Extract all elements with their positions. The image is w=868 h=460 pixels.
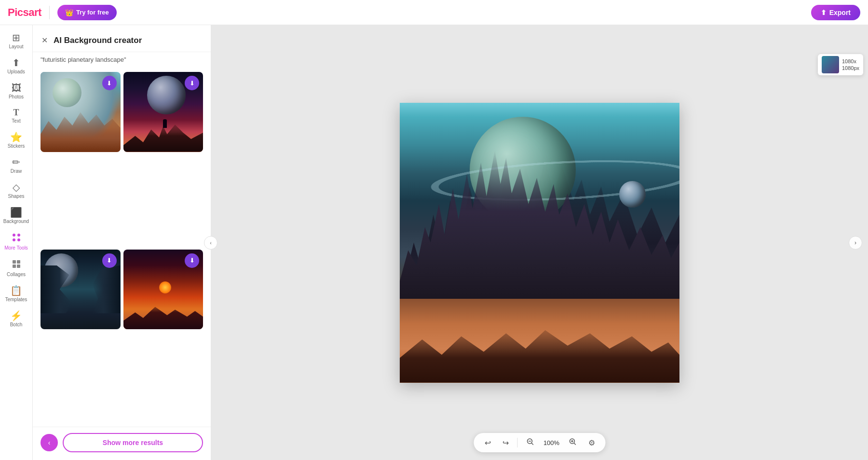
- sidebar-item-more-tools[interactable]: More Tools: [2, 229, 31, 254]
- download-btn-3[interactable]: ⬇: [102, 253, 117, 268]
- download-btn-2[interactable]: ⬇: [185, 76, 199, 90]
- header-left: Picsart 👑 Try for free: [8, 5, 117, 20]
- zoom-level-text: 100%: [543, 439, 560, 446]
- settings-icon: ⚙: [588, 438, 595, 447]
- export-label: Export: [829, 9, 851, 16]
- back-icon: ‹: [48, 439, 51, 446]
- try-for-free-label: Try for free: [76, 9, 109, 16]
- svg-rect-5: [17, 260, 20, 264]
- image-card-3[interactable]: ⬇: [41, 250, 121, 330]
- sidebar-item-label: Draw: [11, 168, 22, 174]
- uploads-icon: ⬆: [12, 58, 20, 68]
- svg-line-10: [532, 443, 533, 445]
- shapes-icon: ◇: [13, 182, 20, 192]
- zoom-out-button[interactable]: [524, 436, 537, 449]
- image-card-2[interactable]: ⬇: [123, 72, 203, 152]
- sidebar-item-layout[interactable]: ⊞ Layout: [2, 29, 31, 53]
- header-divider: [49, 6, 50, 19]
- canvas-image: [400, 103, 679, 383]
- search-query-text: "futuristic planetary landscape": [41, 56, 126, 63]
- close-icon: ✕: [41, 36, 48, 45]
- right-nav-arrow[interactable]: ›: [849, 236, 862, 250]
- download-btn-4[interactable]: ⬇: [185, 253, 199, 268]
- sidebar-item-label: Stickers: [8, 143, 25, 149]
- logo-text: Picsart: [8, 6, 41, 19]
- sidebar-item-draw[interactable]: ✏ Draw: [2, 153, 31, 178]
- close-button[interactable]: ✕: [41, 35, 49, 46]
- undo-icon: ↩: [485, 438, 491, 447]
- sidebar-item-label: More Tools: [4, 245, 28, 251]
- collapse-icon: ‹: [210, 240, 212, 246]
- collages-icon: [12, 259, 21, 270]
- download-btn-1[interactable]: ⬇: [102, 76, 117, 90]
- sidebar-item-templates[interactable]: 📋 Templates: [2, 282, 31, 306]
- back-button[interactable]: ‹: [41, 434, 58, 451]
- sidebar-item-label: Text: [12, 118, 20, 124]
- zoom-in-icon: [569, 438, 577, 447]
- ai-background-panel: ✕ AI Background creator "futuristic plan…: [33, 25, 211, 460]
- try-for-free-button[interactable]: 👑 Try for free: [57, 5, 117, 20]
- svg-point-2: [13, 238, 15, 241]
- panel-collapse-handle[interactable]: ‹: [204, 236, 217, 250]
- icon-sidebar: ⊞ Layout ⬆ Uploads 🖼 Photos T Text ⭐ Sti…: [0, 25, 33, 460]
- draw-icon: ✏: [12, 157, 20, 167]
- svg-point-0: [13, 234, 15, 237]
- layout-icon: ⊞: [12, 33, 20, 42]
- canvas-toolbar: ↩ ↪ 100%: [474, 433, 606, 452]
- logo: Picsart: [8, 6, 41, 19]
- settings-button[interactable]: ⚙: [585, 436, 598, 449]
- header: Picsart 👑 Try for free ⬆ Export: [0, 0, 868, 25]
- panel-title: AI Background creator: [54, 36, 142, 45]
- panel-header: ✕ AI Background creator: [33, 25, 211, 52]
- svg-rect-6: [13, 265, 16, 268]
- panel-footer: ‹ Show more results: [33, 427, 211, 460]
- canvas-area: 1080x 1080px ›: [211, 25, 868, 460]
- show-more-button[interactable]: Show more results: [63, 433, 203, 452]
- canvas-container: [400, 103, 679, 383]
- zoom-out-icon: [527, 438, 534, 447]
- sidebar-item-collages[interactable]: Collages: [2, 255, 31, 281]
- background-icon: ⬛: [10, 208, 22, 217]
- sidebar-item-label: Botch: [10, 322, 23, 327]
- header-right: ⬆ Export: [811, 5, 860, 20]
- panel-search-query: "futuristic planetary landscape": [33, 52, 211, 69]
- sidebar-item-shapes[interactable]: ◇ Shapes: [2, 179, 31, 203]
- zoom-in-button[interactable]: [566, 436, 580, 449]
- stickers-icon: ⭐: [10, 132, 22, 142]
- svg-line-14: [574, 443, 576, 445]
- undo-button[interactable]: ↩: [482, 436, 494, 449]
- sidebar-item-label: Templates: [5, 297, 27, 302]
- sidebar-item-label: Shapes: [8, 194, 25, 199]
- sidebar-item-photos[interactable]: 🖼 Photos: [2, 79, 31, 103]
- sidebar-item-background[interactable]: ⬛ Background: [2, 204, 31, 228]
- right-arrow-icon: ›: [854, 239, 856, 246]
- sidebar-item-stickers[interactable]: ⭐ Stickers: [2, 128, 31, 153]
- canvas-size-text: 1080x 1080px: [842, 58, 859, 72]
- redo-icon: ↪: [502, 438, 509, 447]
- photos-icon: 🖼: [12, 83, 21, 93]
- sidebar-item-label: Photos: [9, 94, 24, 99]
- sidebar-item-text[interactable]: T Text: [2, 104, 31, 127]
- text-icon: T: [13, 108, 19, 117]
- sidebar-item-uploads[interactable]: ⬆ Uploads: [2, 54, 31, 78]
- image-card-4[interactable]: ⬇: [123, 250, 203, 330]
- export-button[interactable]: ⬆ Export: [811, 5, 860, 20]
- canvas-size-badge: 1080x 1080px: [818, 54, 863, 75]
- templates-icon: 📋: [10, 286, 22, 295]
- redo-button[interactable]: ↪: [500, 436, 512, 449]
- batch-icon: ⚡: [10, 311, 22, 321]
- export-icon: ⬆: [821, 9, 827, 16]
- images-grid: ⬇ ⬇: [33, 69, 211, 427]
- planet-small: [619, 181, 646, 208]
- svg-point-1: [17, 234, 20, 237]
- toolbar-divider: [517, 438, 518, 447]
- sidebar-item-label: Collages: [7, 272, 26, 277]
- image-card-1[interactable]: ⬇: [41, 72, 121, 152]
- more-tools-icon: [12, 233, 21, 244]
- crown-icon: 👑: [65, 9, 73, 16]
- svg-rect-7: [17, 265, 20, 268]
- sidebar-item-label: Uploads: [7, 69, 25, 74]
- main: ⊞ Layout ⬆ Uploads 🖼 Photos T Text ⭐ Sti…: [0, 25, 868, 460]
- canvas-thumb: [822, 56, 839, 73]
- sidebar-item-batch[interactable]: ⚡ Botch: [2, 307, 31, 331]
